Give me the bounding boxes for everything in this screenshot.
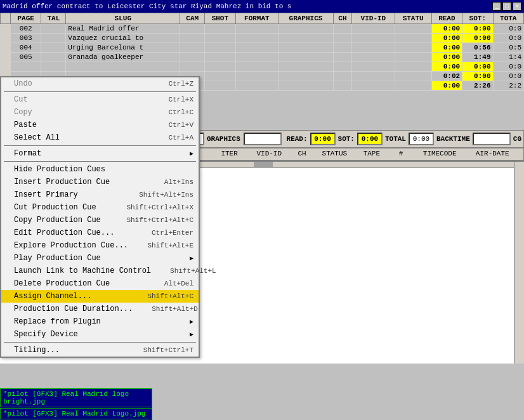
toolbar-read-label: READ: [287, 135, 308, 143]
toolbar-backtime-label: BACKTIME [436, 135, 470, 143]
title-bar: Madrid offer contract to Leicester City … [0, 0, 524, 13]
menu-item-production-cue-duration[interactable]: Production Cue Duration...Shift+Alt+D [1, 303, 199, 315]
menu-item-label: Undo [14, 79, 32, 88]
menu-item-shortcut: Ctrl+C [168, 108, 193, 116]
menu-item-cut-production-cue[interactable]: Cut Production CueShift+Ctrl+Alt+X [1, 201, 199, 214]
menu-item-label: Titling... [14, 346, 60, 355]
menu-item-label: Assign Channel... [14, 292, 91, 301]
menu-item-insert-production-cue[interactable]: Insert Production CueAlt+Ins [1, 176, 199, 188]
sh-vidid: VID-ID [256, 150, 285, 159]
menu-item-copy-production-cue[interactable]: Copy Production CueShift+Ctrl+Alt+C [1, 214, 199, 226]
col-num [1, 13, 11, 24]
toolbar-graphics-input[interactable] [244, 133, 282, 145]
col-graphics: GRAPHICS [278, 13, 334, 24]
sh-tape: TAPE [364, 150, 386, 159]
sh-airdate: AIR-DATE [476, 150, 521, 159]
title-text: Madrid offer contract to Leicester City … [3, 3, 291, 10]
col-read: READ [431, 13, 462, 24]
context-menu: UndoCtrl+ZCutCtrl+XCopyCtrl+CPasteCtrl+V… [0, 76, 200, 358]
scrollbar-vertical[interactable] [514, 162, 524, 364]
menu-item-shortcut: Ctrl+V [168, 121, 193, 129]
menu-item-shortcut: Shift+Alt+Ins [139, 191, 193, 199]
col-format: FORMAT [235, 13, 278, 24]
scroll-thumb[interactable] [254, 162, 273, 167]
menu-item-label: Insert Production Cue [14, 178, 110, 187]
menu-item-shortcut: Shift+Ctrl+Alt+X [126, 204, 193, 211]
menu-item-shortcut: Ctrl+Enter [152, 229, 193, 237]
menu-item-label: Select All [14, 133, 60, 142]
menu-item-label: Production Cue Duration... [14, 305, 133, 313]
menu-separator [4, 145, 196, 146]
menu-separator [4, 161, 196, 162]
col-sot: SOT: [462, 13, 493, 24]
sh-iter: ITER [221, 150, 244, 159]
minimize-button[interactable]: _ [492, 2, 501, 11]
menu-item-shortcut: Alt+Ins [164, 178, 193, 186]
menu-item-shortcut: Ctrl+A [168, 134, 193, 141]
maximize-button[interactable]: □ [502, 2, 511, 11]
toolbar-cg-label: CG [513, 135, 521, 143]
menu-separator [4, 91, 196, 92]
menu-item-label: Hide Production Cues [14, 165, 105, 174]
table-row[interactable]: 005Granada goalkeeper0:001:491:4 [1, 53, 524, 62]
menu-item-launch-link-to-machine-control[interactable]: Launch Link to Machine ControlShift+Alt+… [1, 265, 199, 277]
toolbar-sot-input[interactable] [357, 133, 383, 145]
menu-item-replace-from-plugin[interactable]: Replace from Plugin [1, 315, 199, 328]
table-header-row: PAGE TAL SLUG CAM SHOT FORMAT GRAPHICS C… [1, 13, 524, 24]
menu-item-copy: CopyCtrl+C [1, 106, 199, 119]
menu-item-undo: UndoCtrl+Z [1, 77, 199, 90]
close-button[interactable]: × [513, 2, 521, 11]
menu-item-shortcut: Shift+Alt+D [152, 305, 198, 313]
sh-status: STATUS [322, 150, 351, 159]
menu-item-label: Paste [14, 121, 37, 129]
menu-item-hide-production-cues[interactable]: Hide Production Cues [1, 163, 199, 176]
menu-item-label: Replace from Plugin [14, 317, 101, 326]
col-slug: SLUG [66, 13, 180, 24]
toolbar-total-input[interactable] [409, 133, 434, 145]
menu-item-shortcut: Shift+Alt+L [170, 267, 216, 275]
menu-item-play-production-cue[interactable]: Play Production Cue [1, 252, 199, 265]
menu-item-label: Copy Production Cue [14, 216, 101, 225]
menu-item-label: Delete Production Cue [14, 279, 110, 288]
menu-item-specify-device[interactable]: Specify Device [1, 328, 199, 341]
menu-separator [4, 342, 196, 343]
menu-item-insert-primary[interactable]: Insert PrimaryShift+Alt+Ins [1, 188, 199, 201]
sh-hash: # [399, 150, 410, 159]
sh-timecode: TIMECODE [423, 150, 463, 159]
menu-item-delete-production-cue[interactable]: Delete Production CueAlt+Del [1, 277, 199, 290]
menu-item-label: Edit Production Cue... [14, 228, 114, 237]
menu-item-shortcut: Alt+Del [164, 280, 193, 287]
menu-item-explore-production-cue[interactable]: Explore Production Cue...Shift+Alt+E [1, 239, 199, 252]
menu-item-titling[interactable]: Titling...Shift+Ctrl+T [1, 344, 199, 357]
title-bar-buttons: _ □ × [492, 2, 521, 11]
menu-item-shortcut: Ctrl+X [168, 96, 193, 103]
menu-item-cut: CutCtrl+X [1, 93, 199, 106]
col-tal: TAL [41, 13, 66, 24]
menu-item-label: Launch Link to Machine Control [14, 266, 151, 275]
col-cam: CAM [180, 13, 205, 24]
table-row[interactable]: 003Vazquez crucial to0:000:000:0 [1, 34, 524, 43]
menu-item-label: Format [14, 149, 41, 158]
menu-item-assign-channel[interactable]: Assign Channel...Shift+Alt+C [1, 290, 199, 303]
table-row[interactable]: 0:000:000:0 [1, 62, 524, 72]
menu-item-label: Copy [14, 108, 32, 117]
toolbar-backtime-input[interactable] [473, 133, 511, 145]
menu-item-select-all[interactable]: Select AllCtrl+A [1, 131, 199, 144]
menu-item-label: Cut Production Cue [14, 203, 96, 212]
menu-item-label: Explore Production Cue... [14, 241, 128, 250]
table-row[interactable]: 004Urging Barcelona t0:000:560:5 [1, 43, 524, 53]
col-page: PAGE [11, 13, 41, 24]
menu-item-label: Insert Primary [14, 190, 78, 199]
menu-item-shortcut: Shift+Ctrl+Alt+C [126, 216, 193, 224]
menu-item-paste[interactable]: PasteCtrl+V [1, 119, 199, 131]
menu-item-format[interactable]: Format [1, 147, 199, 160]
table-row[interactable]: 002Real Madrid offer0:000:000:0 [1, 24, 524, 34]
bottom-area: *pilot [GFX3] Real Madrid logo bright.jp… [0, 388, 152, 420]
col-shot: SHOT [205, 13, 235, 24]
col-ch: CH [333, 13, 351, 24]
sh-ch: CH [298, 150, 310, 159]
menu-item-edit-production-cue[interactable]: Edit Production Cue...Ctrl+Enter [1, 226, 199, 239]
menu-item-shortcut: Ctrl+Z [168, 80, 193, 88]
menu-item-label: Cut [14, 95, 28, 104]
toolbar-read-input[interactable] [310, 133, 336, 145]
